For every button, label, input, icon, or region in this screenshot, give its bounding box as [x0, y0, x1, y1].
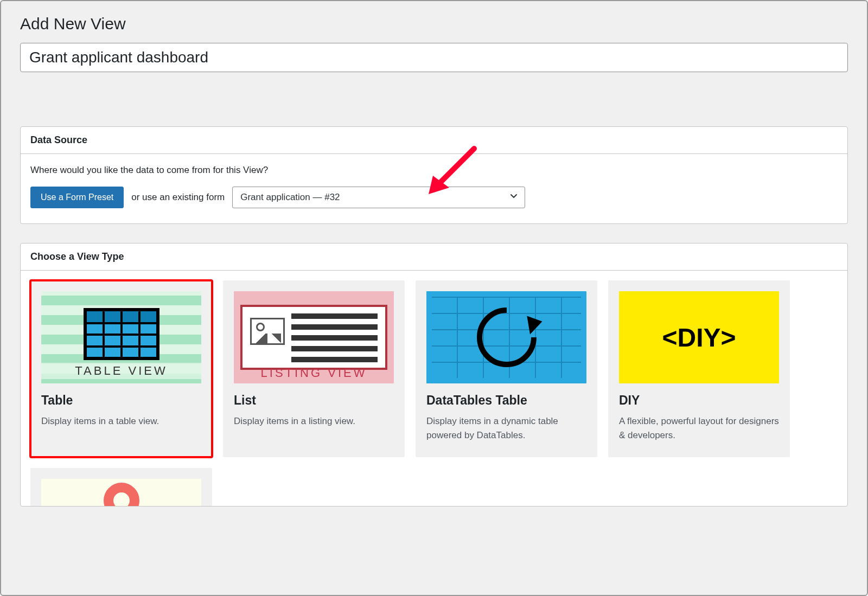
- data-source-heading: Data Source: [21, 127, 847, 154]
- table-thumb-caption: TABLE VIEW: [41, 363, 201, 379]
- view-name-input[interactable]: [20, 43, 848, 72]
- view-type-card-table[interactable]: TABLE VIEW Table Display items in a tabl…: [30, 280, 212, 457]
- view-type-desc: Display items in a listing view.: [234, 414, 394, 428]
- table-thumb-icon: TABLE VIEW: [41, 291, 201, 383]
- view-type-heading: Choose a View Type: [21, 243, 847, 271]
- view-type-title: Table: [41, 393, 201, 408]
- view-type-panel: Choose a View Type TABLE VIEW Table: [20, 243, 848, 507]
- view-type-title: DIY: [619, 393, 779, 408]
- or-existing-form-label: or use an existing form: [131, 192, 225, 203]
- data-source-panel: Data Source Where would you like the dat…: [20, 126, 848, 224]
- diy-thumb-caption: <DIY>: [662, 323, 736, 353]
- view-type-card-datatables[interactable]: DataTables Table Display items in a dyna…: [416, 280, 597, 457]
- diy-thumb-icon: <DIY>: [619, 291, 779, 383]
- view-type-title: DataTables Table: [426, 393, 586, 408]
- chevron-down-icon: [509, 192, 518, 203]
- view-type-card-diy[interactable]: <DIY> DIY A flexible, powerful layout fo…: [608, 280, 790, 457]
- view-type-desc: Display items in a table view.: [41, 414, 201, 428]
- existing-form-select[interactable]: Grant application — #32: [232, 187, 525, 208]
- datatables-thumb-icon: [426, 291, 586, 383]
- list-thumb-caption: LISTING VIEW: [234, 366, 394, 380]
- view-type-desc: A flexible, powerful layout for designer…: [619, 414, 779, 443]
- view-type-card-next[interactable]: [30, 468, 212, 506]
- data-source-prompt: Where would you like the data to come fr…: [30, 165, 838, 176]
- list-thumb-icon: LISTING VIEW: [234, 291, 394, 383]
- page-title: Add New View: [20, 15, 848, 33]
- svg-point-3: [108, 488, 135, 506]
- view-type-card-list[interactable]: LISTING VIEW List Display items in a lis…: [223, 280, 405, 457]
- view-type-desc: Display items in a dynamic table powered…: [426, 414, 586, 443]
- existing-form-selected-value: Grant application — #32: [240, 192, 340, 203]
- view-type-title: List: [234, 393, 394, 408]
- next-thumb-icon: [41, 479, 201, 506]
- svg-marker-2: [521, 316, 542, 336]
- use-form-preset-button[interactable]: Use a Form Preset: [30, 187, 124, 208]
